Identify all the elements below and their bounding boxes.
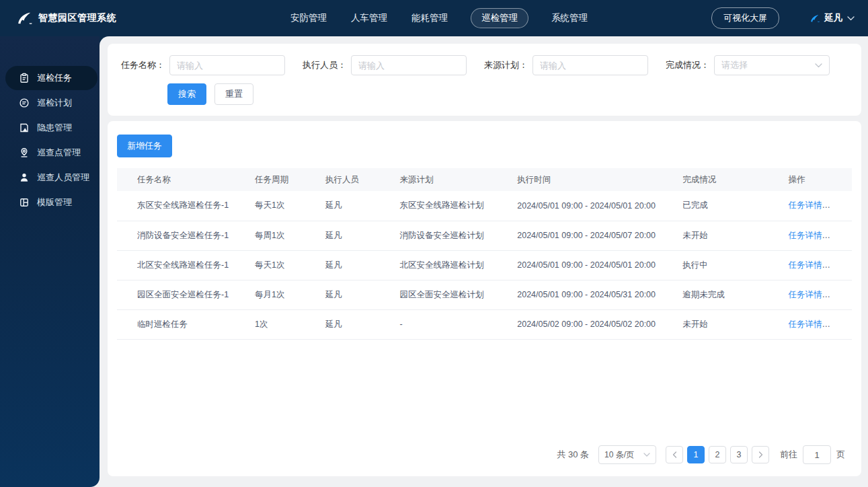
add-task-button[interactable]: 新增任务 [117, 135, 172, 157]
nav-item-inspection[interactable]: 巡检管理 [471, 8, 528, 28]
cell-status: 已完成 [672, 191, 777, 221]
filter-source-plan: 来源计划： [484, 55, 666, 75]
cell-source-plan: 北区安全线路巡检计划 [389, 250, 506, 280]
cell-exec-time: 2024/05/02 09:00 - 2024/05/02 20:00 [506, 309, 672, 339]
cell-task-name: 园区全面安全巡检任务-1 [117, 280, 244, 309]
app-root: 智慧园区管理系统 安防管理 人车管理 能耗管理 巡检管理 系统管理 可视化大屏 … [0, 0, 868, 487]
cell-source-plan: 东区安全线路巡检计划 [389, 191, 506, 221]
sidebar-item-hazard-management[interactable]: 隐患管理 [5, 116, 97, 140]
delete-link[interactable]: 删除 [832, 320, 849, 329]
cell-exec-time: 2024/05/01 09:00 - 2024/05/01 20:00 [506, 250, 672, 280]
filter-executor: 执行人员： [303, 55, 484, 75]
cell-task-name: 消防设备安全巡检任务-1 [117, 221, 244, 250]
main-content: 任务名称： 执行人员： 来源计划： 完成情况： 请选择 [100, 36, 868, 487]
sidebar-item-label: 巡查人员管理 [37, 172, 89, 184]
pagination: 共 30 条 10 条/页 1 [557, 445, 852, 464]
delete-link[interactable]: 删除 [832, 260, 849, 270]
main-nav: 安防管理 人车管理 能耗管理 巡检管理 系统管理 [289, 0, 589, 36]
cell-source-plan: 园区全面安全巡检计划 [389, 280, 506, 309]
visual-screen-button[interactable]: 可视化大屏 [711, 7, 779, 29]
total-count: 共 30 条 [557, 449, 589, 461]
cell-status: 执行中 [672, 250, 777, 280]
chevron-down-icon [847, 16, 855, 21]
task-detail-link[interactable]: 任务详情 [789, 290, 822, 299]
executor-input[interactable] [351, 55, 467, 75]
nav-item-energy[interactable]: 能耗管理 [410, 9, 449, 28]
task-detail-link[interactable]: 任务详情 [789, 320, 822, 329]
cell-executor: 延凡 [315, 221, 389, 250]
delete-link[interactable]: 删除 [832, 200, 849, 210]
brand-title: 智慧园区管理系统 [38, 12, 116, 24]
delete-link[interactable]: 删除 [832, 231, 849, 240]
task-detail-link[interactable]: 任务详情 [789, 200, 822, 210]
layout: 巡检任务 巡检计划 [0, 36, 868, 487]
col-status: 完成情况 [672, 168, 777, 191]
col-period: 任务周期 [244, 168, 315, 191]
user-menu[interactable]: 延凡 [809, 12, 855, 24]
cell-actions: 任务详情删除 [778, 250, 852, 280]
delete-link[interactable]: 删除 [832, 290, 849, 299]
table-row: 东区安全线路巡检任务-1 每天1次 延凡 东区安全线路巡检计划 2024/05/… [117, 191, 852, 221]
sidebar-item-checkpoint-management[interactable]: 巡查点管理 [5, 141, 97, 165]
cell-task-name: 东区安全线路巡检任务-1 [117, 191, 244, 221]
col-executor: 执行人员 [315, 168, 389, 191]
table-row: 园区全面安全巡检任务-1 每月1次 延凡 园区全面安全巡检计划 2024/05/… [117, 280, 852, 309]
reset-button[interactable]: 重置 [214, 83, 253, 105]
nav-item-security[interactable]: 安防管理 [289, 9, 328, 28]
goto-page-input[interactable] [803, 445, 831, 464]
person-icon [19, 172, 30, 183]
top-navbar: 智慧园区管理系统 安防管理 人车管理 能耗管理 巡检管理 系统管理 可视化大屏 … [0, 0, 868, 36]
user-avatar-icon [809, 13, 820, 24]
nav-item-people-vehicle[interactable]: 人车管理 [350, 9, 389, 28]
executor-label: 执行人员： [303, 59, 346, 71]
cell-status: 未开始 [672, 309, 777, 339]
cell-executor: 延凡 [315, 309, 389, 339]
clipboard-icon [19, 73, 30, 83]
sail-logo-icon [15, 10, 32, 26]
task-detail-link[interactable]: 任务详情 [789, 260, 822, 270]
cell-period: 1次 [244, 309, 315, 339]
chevron-down-icon [815, 63, 822, 68]
location-icon [19, 147, 30, 158]
cell-task-name: 临时巡检任务 [117, 309, 244, 339]
cell-actions: 任务详情删除 [778, 221, 852, 250]
filter-row: 任务名称： 执行人员： 来源计划： 完成情况： 请选择 [121, 55, 848, 75]
filter-panel: 任务名称： 执行人员： 来源计划： 完成情况： 请选择 [108, 44, 861, 116]
cell-period: 每天1次 [244, 250, 315, 280]
cell-task-name: 北区安全线路巡检任务-1 [117, 250, 244, 280]
cell-executor: 延凡 [315, 250, 389, 280]
page-button-3[interactable]: 3 [730, 446, 748, 463]
task-detail-link[interactable]: 任务详情 [789, 231, 822, 240]
page-button-1[interactable]: 1 [687, 446, 705, 463]
cell-executor: 延凡 [315, 280, 389, 309]
sidebar-item-inspection-task[interactable]: 巡检任务 [5, 66, 97, 90]
page-button-2[interactable]: 2 [709, 446, 726, 463]
user-name: 延凡 [824, 12, 842, 24]
prev-page-button[interactable] [666, 446, 683, 463]
source-plan-input[interactable] [532, 55, 648, 75]
sidebar-item-template-management[interactable]: 模版管理 [5, 190, 97, 215]
task-name-label: 任务名称： [121, 59, 165, 71]
table-row: 北区安全线路巡检任务-1 每天1次 延凡 北区安全线路巡检计划 2024/05/… [117, 250, 852, 280]
source-plan-label: 来源计划： [484, 59, 528, 71]
status-select-placeholder: 请选择 [721, 59, 748, 71]
sidebar-item-label: 巡检任务 [37, 72, 72, 84]
cell-status: 未开始 [672, 221, 777, 250]
sidebar-item-inspection-plan[interactable]: 巡检计划 [5, 91, 97, 115]
search-button[interactable]: 搜索 [167, 83, 206, 105]
next-page-button[interactable] [752, 446, 769, 463]
sidebar-item-label: 模版管理 [37, 196, 72, 209]
table-row: 临时巡检任务 1次 延凡 - 2024/05/02 09:00 - 2024/0… [117, 309, 852, 339]
status-select[interactable]: 请选择 [714, 55, 830, 75]
sidebar-item-inspector-management[interactable]: 巡查人员管理 [5, 165, 97, 190]
cell-exec-time: 2024/05/01 09:00 - 2024/05/01 20:00 [506, 191, 672, 221]
nav-item-system[interactable]: 系统管理 [550, 9, 589, 28]
hazard-icon [19, 122, 30, 133]
col-exec-time: 执行时间 [506, 168, 672, 191]
col-actions: 操作 [778, 168, 852, 191]
goto-label: 前往 [780, 449, 797, 461]
chevron-down-icon [643, 453, 650, 457]
page-size-select[interactable]: 10 条/页 [598, 445, 656, 464]
task-name-input[interactable] [169, 55, 285, 75]
filter-actions: 搜索 重置 [167, 83, 848, 105]
